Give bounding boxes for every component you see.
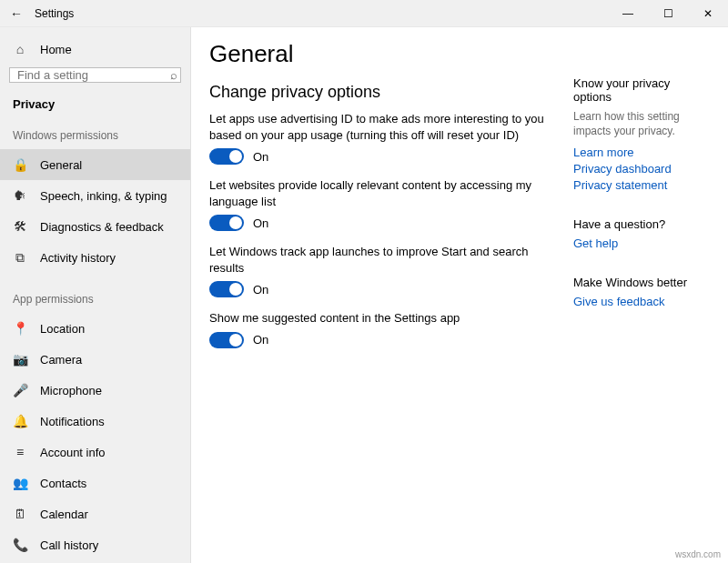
privacy-option: Show me suggested content in the Setting… — [209, 310, 564, 348]
help-link[interactable]: Learn more — [573, 146, 710, 159]
contacts-icon: 👥 — [13, 476, 27, 490]
sidebar-group-label: App permissions — [0, 287, 190, 313]
help-subtext: Learn how this setting impacts your priv… — [573, 109, 710, 138]
sidebar-item-label: Notifications — [40, 415, 105, 428]
call-history-icon: 📞 — [13, 538, 27, 552]
sidebar-section-title: Privacy — [0, 94, 190, 124]
location-icon: 📍 — [13, 321, 27, 336]
search-input[interactable] — [17, 68, 170, 82]
help-link[interactable]: Get help — [573, 236, 710, 250]
home-label: Home — [40, 43, 72, 56]
microphone-icon: 🎤 — [13, 383, 27, 397]
content-column: General Change privacy options Let apps … — [209, 40, 564, 563]
sidebar-item-microphone[interactable]: 🎤Microphone — [0, 375, 190, 406]
sidebar-item-label: Contacts — [40, 477, 86, 490]
search-box[interactable]: ⌕ — [9, 67, 181, 83]
home-icon: ⌂ — [13, 42, 27, 56]
sidebar-item-calendar[interactable]: 🗓Calendar — [0, 498, 190, 529]
privacy-option: Let Windows track app launches to improv… — [209, 244, 564, 297]
sidebar-item-label: Diagnostics & feedback — [40, 220, 164, 234]
section-heading: Change privacy options — [209, 83, 564, 102]
toggle-state-label: On — [253, 216, 268, 230]
sidebar-item-speech-inking-typing[interactable]: 🗣Speech, inking, & typing — [0, 180, 190, 211]
minimize-button[interactable]: — — [608, 0, 648, 27]
toggle-state-label: On — [253, 283, 268, 297]
sidebar-item-diagnostics-feedback[interactable]: 🛠Diagnostics & feedback — [0, 211, 190, 242]
privacy-option: Let apps use advertising ID to make ads … — [209, 111, 564, 165]
sidebar-item-contacts[interactable]: 👥Contacts — [0, 467, 190, 498]
calendar-icon: 🗓 — [13, 507, 27, 521]
toggle-state-label: On — [253, 333, 268, 347]
toggle-switch[interactable] — [209, 281, 244, 297]
toggle-switch[interactable] — [209, 215, 244, 231]
close-button[interactable]: ✕ — [688, 0, 728, 27]
general-icon: 🔒 — [13, 157, 27, 172]
help-group: Make Windows betterGive us feedback — [573, 276, 710, 308]
sidebar-item-location[interactable]: 📍Location — [0, 313, 190, 344]
sidebar-home[interactable]: ⌂ Home — [0, 36, 190, 67]
page-title: General — [209, 40, 564, 68]
help-link[interactable]: Privacy dashboard — [573, 162, 710, 176]
option-description: Let apps use advertising ID to make ads … — [209, 111, 564, 143]
option-description: Let Windows track app launches to improv… — [209, 244, 564, 276]
sidebar-item-camera[interactable]: 📷Camera — [0, 344, 190, 375]
toggle-switch[interactable] — [209, 332, 244, 348]
sidebar-group-label: Windows permissions — [0, 124, 190, 149]
window-title: Settings — [35, 7, 74, 20]
back-button[interactable]: ← — [4, 1, 29, 26]
sidebar-item-notifications[interactable]: 🔔Notifications — [0, 406, 190, 437]
toggle-switch[interactable] — [209, 148, 244, 165]
sidebar-item-label: Speech, inking, & typing — [40, 189, 167, 203]
watermark: wsxdn.com — [673, 549, 723, 559]
sidebar: ⌂ Home ⌕ Privacy Windows permissions🔒Gen… — [0, 27, 191, 563]
camera-icon: 📷 — [13, 352, 27, 367]
help-panel: Know your privacy optionsLearn how this … — [564, 40, 710, 563]
help-group: Know your privacy optionsLearn how this … — [573, 76, 710, 192]
maximize-button[interactable]: ☐ — [648, 0, 688, 27]
help-link[interactable]: Give us feedback — [573, 295, 710, 308]
sidebar-item-general[interactable]: 🔒General — [0, 149, 190, 180]
sidebar-item-label: General — [40, 158, 82, 172]
privacy-option: Let websites provide locally relevant co… — [209, 177, 564, 231]
sidebar-item-label: Call history — [40, 538, 98, 552]
sidebar-item-label: Activity history — [40, 251, 116, 265]
sidebar-item-label: Microphone — [40, 384, 102, 397]
sidebar-item-call-history[interactable]: 📞Call history — [0, 529, 190, 560]
activity-history-icon: ⧉ — [13, 250, 27, 265]
help-heading: Know your privacy options — [573, 76, 710, 104]
help-group: Have a question?Get help — [573, 217, 710, 250]
diagnostics-feedback-icon: 🛠 — [13, 219, 27, 234]
main-area: General Change privacy options Let apps … — [191, 27, 728, 563]
speech-inking-typing-icon: 🗣 — [13, 188, 27, 203]
titlebar: ← Settings — ☐ ✕ — [0, 0, 728, 27]
option-description: Show me suggested content in the Setting… — [209, 310, 564, 327]
toggle-state-label: On — [253, 150, 268, 164]
sidebar-item-label: Account info — [40, 446, 106, 459]
sidebar-item-label: Location — [40, 322, 85, 336]
help-link[interactable]: Privacy statement — [573, 178, 710, 192]
option-description: Let websites provide locally relevant co… — [209, 177, 564, 209]
search-icon: ⌕ — [170, 68, 177, 82]
help-heading: Make Windows better — [573, 276, 710, 289]
account-info-icon: ≡ — [13, 445, 27, 459]
sidebar-item-activity-history[interactable]: ⧉Activity history — [0, 242, 190, 273]
sidebar-item-label: Calendar — [40, 508, 88, 521]
notifications-icon: 🔔 — [13, 414, 27, 428]
sidebar-item-label: Camera — [40, 353, 82, 367]
help-heading: Have a question? — [573, 217, 710, 231]
sidebar-item-account-info[interactable]: ≡Account info — [0, 437, 190, 467]
